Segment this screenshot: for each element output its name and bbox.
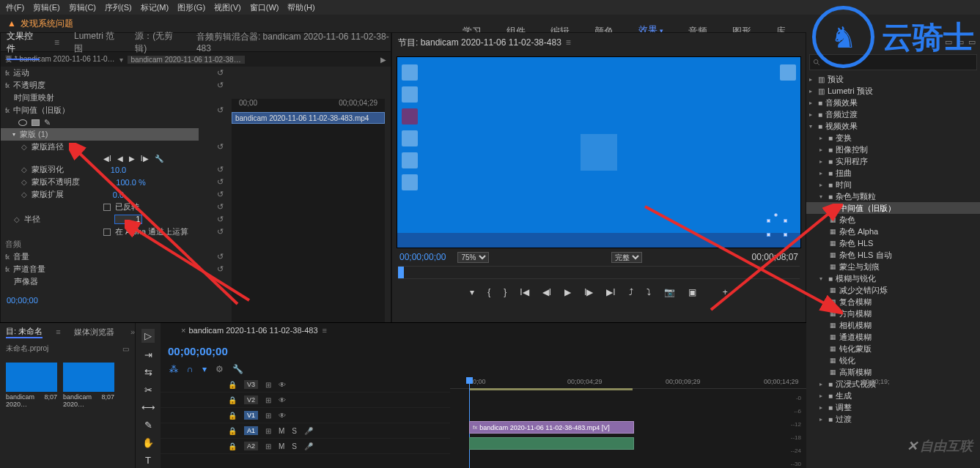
mask-opacity[interactable]: 蒙版不透明度 <box>32 177 80 187</box>
resolution-select[interactable]: 完整 <box>611 252 642 263</box>
tab-mixer[interactable]: 音频剪辑混合器: bandicam 2020-11-06 11-02-38-48… <box>196 31 391 53</box>
pen-mask-icon[interactable]: ✎ <box>44 118 51 127</box>
fx-gaussian[interactable]: 高斯模糊 <box>839 367 872 378</box>
work-area[interactable] <box>470 388 633 390</box>
fx-volume[interactable]: 音量 <box>13 251 29 262</box>
menu-window[interactable]: 窗口(W) <box>250 2 279 13</box>
mute-icon[interactable]: M <box>279 442 284 450</box>
track-v1[interactable]: V1 <box>244 411 258 420</box>
target-icon[interactable]: ⊞ <box>265 412 271 420</box>
target-icon[interactable]: ⊞ <box>265 442 271 450</box>
lift-icon[interactable]: ⤴ <box>629 287 633 297</box>
stopwatch-icon[interactable]: ◇ <box>21 166 27 174</box>
tree-transform[interactable]: 变换 <box>836 133 852 144</box>
fx-opacity[interactable]: 不透明度 <box>13 80 45 91</box>
lock-icon[interactable]: 🔒 <box>228 427 237 435</box>
reset-icon[interactable]: ↺ <box>217 190 224 199</box>
panel-menu-icon[interactable]: ≡ <box>566 37 571 48</box>
marker-icon[interactable]: ▾ <box>202 364 207 374</box>
reset-icon[interactable]: ↺ <box>217 252 224 261</box>
tree-videofx[interactable]: 视频效果 <box>825 121 858 132</box>
tree-utility[interactable]: 实用程序 <box>836 156 868 167</box>
button-editor-icon[interactable]: + <box>723 287 728 297</box>
play-only-icon[interactable]: ▶ <box>380 56 386 64</box>
stopwatch-icon[interactable]: ◇ <box>21 190 27 198</box>
monitor-view[interactable] <box>397 56 801 248</box>
mask-opacity-value[interactable]: 100.0 % <box>116 178 145 187</box>
track-a1[interactable]: A1 <box>244 426 258 435</box>
expand-value[interactable]: 0.0 <box>113 190 124 199</box>
panel-menu-icon[interactable]: ≡ <box>323 326 327 335</box>
tree-audiotrans[interactable]: 音频过渡 <box>825 109 858 120</box>
compare-icon[interactable]: ▣ <box>688 287 696 297</box>
wrench-icon[interactable]: 🔧 <box>232 364 243 374</box>
razor-tool-icon[interactable]: ✂ <box>144 385 152 395</box>
reset-icon[interactable]: ↺ <box>217 105 224 115</box>
snap-icon[interactable]: ⁂ <box>169 364 178 374</box>
lock-icon[interactable]: 🔒 <box>228 381 237 389</box>
project-item[interactable]: bandicam 2020…8;07 <box>63 363 114 408</box>
fx-median-item[interactable]: 中间值（旧版） <box>839 203 896 214</box>
tree-blur[interactable]: 模糊与锐化 <box>836 273 876 284</box>
stopwatch-icon[interactable]: ◇ <box>21 143 27 151</box>
menu-graph[interactable]: 图形(G) <box>177 2 205 13</box>
step-fwd-icon[interactable]: I▶ <box>584 287 593 297</box>
fx-channel[interactable]: 通道模糊 <box>839 332 872 343</box>
fx-flicker[interactable]: 减少交错闪烁 <box>839 285 888 296</box>
slip-tool-icon[interactable]: ⟷ <box>141 402 155 413</box>
tab-project[interactable]: 目: 未命名 <box>6 326 43 338</box>
project-item[interactable]: bandicam 2020…8;07 <box>6 363 57 408</box>
fx-camera[interactable]: 相机模糊 <box>839 320 872 331</box>
fx-timeremap[interactable]: 时间重映射 <box>14 92 54 103</box>
menu-mark[interactable]: 标记(M) <box>141 2 169 13</box>
eye-icon[interactable]: 👁 <box>279 396 286 404</box>
tab-lumetri[interactable]: Lumetri 范围 <box>74 30 120 55</box>
audio-clip[interactable] <box>469 437 634 450</box>
extract-icon[interactable]: ⤵ <box>646 287 651 297</box>
mini-tl-clip[interactable]: bandicam 2020-11-06 11-02-38-483.mp4 <box>232 112 385 124</box>
fx-compound[interactable]: 复合模糊 <box>839 297 872 308</box>
fx-unsharp[interactable]: 钝化蒙版 <box>839 343 872 354</box>
link-icon[interactable]: ∩ <box>187 364 194 374</box>
tree-imgctrl[interactable]: 图像控制 <box>836 144 868 155</box>
prev-kf-icon[interactable]: ◀I <box>103 155 111 163</box>
play-icon[interactable]: ▶ <box>564 287 571 297</box>
go-in-icon[interactable]: I◀ <box>520 287 528 297</box>
lock-icon[interactable]: 🔒 <box>228 412 237 420</box>
reset-icon[interactable]: ↺ <box>217 202 224 212</box>
reset-icon[interactable]: ↺ <box>217 81 224 90</box>
fx-sharpen[interactable]: 锐化 <box>839 355 855 366</box>
fx-noise-alpha[interactable]: 杂色 Alpha <box>839 226 878 237</box>
play-icon[interactable]: ▶ <box>129 155 135 163</box>
reset-icon[interactable]: ↺ <box>217 142 224 152</box>
hand-tool-icon[interactable]: ✋ <box>142 437 154 448</box>
tree-lumetri[interactable]: Lumetri 预设 <box>828 86 873 97</box>
ripple-tool-icon[interactable]: ⇆ <box>144 367 152 378</box>
eye-icon[interactable]: 👁 <box>279 381 286 389</box>
reset-icon[interactable]: ↺ <box>217 68 224 78</box>
export-frame-icon[interactable]: 📷 <box>664 287 675 297</box>
fx-noise-hls-auto[interactable]: 杂色 HLS 自动 <box>839 250 892 261</box>
fx-dust[interactable]: 蒙尘与划痕 <box>839 261 880 272</box>
selection-tool-icon[interactable]: ▷ <box>141 329 155 343</box>
track-v2[interactable]: V2 <box>244 395 258 404</box>
step-back-icon[interactable]: ◀I <box>542 287 551 297</box>
reset-icon[interactable]: ↺ <box>217 227 224 237</box>
overflow-icon[interactable]: » <box>130 327 135 336</box>
tab-fx-controls[interactable]: 文果控件 <box>7 30 40 55</box>
mark-in-icon[interactable]: { <box>487 287 490 297</box>
solo-icon[interactable]: S <box>292 442 297 450</box>
tree-presets[interactable]: 预设 <box>828 74 844 85</box>
go-out-icon[interactable]: ▶I <box>606 287 615 297</box>
wrench-icon[interactable]: 🔧 <box>155 155 163 163</box>
fx-median[interactable]: 中间值（旧版） <box>13 105 70 116</box>
zoom-select[interactable]: 75% <box>457 252 489 263</box>
tree-distort[interactable]: 扭曲 <box>836 168 852 179</box>
track-v3[interactable]: V3 <box>244 380 258 389</box>
track-select-tool-icon[interactable]: ⇥ <box>144 349 152 360</box>
menu-clip[interactable]: 剪辑(C) <box>69 2 96 13</box>
step-back-icon[interactable]: ◀ <box>117 155 123 163</box>
reset-icon[interactable]: ↺ <box>217 177 224 187</box>
mic-icon[interactable]: 🎤 <box>304 442 313 450</box>
inverted-checkbox[interactable] <box>103 204 111 211</box>
